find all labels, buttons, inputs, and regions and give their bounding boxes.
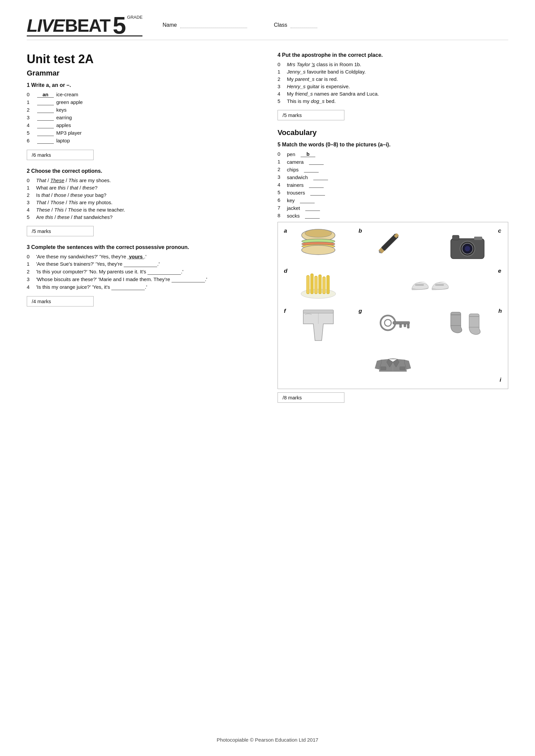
- trainers-svg: [410, 267, 450, 304]
- list-item: 1 What are this / that / these?: [27, 185, 257, 191]
- answer-0: an: [37, 92, 54, 98]
- exercise-1-title: 1 Write a, an or –.: [27, 82, 257, 88]
- list-item: 5 trousers: [278, 190, 508, 196]
- grammar-title: Grammar: [27, 69, 257, 78]
- exercise-3-marks: /4 marks: [27, 296, 94, 306]
- blank-1[interactable]: [37, 99, 54, 105]
- name-dots: [180, 22, 247, 28]
- exercise-5-title: 5 Match the words (0–8) to the pictures …: [278, 142, 508, 148]
- image-c: c: [432, 227, 503, 264]
- list-item: 1 camera: [278, 159, 508, 165]
- svg-rect-19: [315, 276, 317, 294]
- blank-poss-3[interactable]: [172, 276, 205, 282]
- list-item: 2 'Is this your computer?' 'No. My paren…: [27, 269, 257, 275]
- trousers-svg: [298, 307, 338, 344]
- image-d: d: [283, 267, 354, 304]
- list-item: 2 My parent_s car is red.: [278, 76, 508, 82]
- svg-rect-31: [404, 324, 406, 327]
- svg-rect-23: [415, 284, 424, 286]
- exercise-4: 4 Put the apostrophe in the correct plac…: [278, 52, 508, 120]
- blank-2[interactable]: [37, 107, 54, 113]
- blank-6[interactable]: [37, 138, 54, 144]
- svg-point-13: [465, 246, 470, 251]
- svg-rect-29: [393, 322, 410, 324]
- blank-3[interactable]: [37, 115, 54, 121]
- list-item: 5 MP3 player: [27, 130, 257, 136]
- blank-poss-1[interactable]: [124, 261, 157, 267]
- svg-rect-17: [307, 275, 309, 294]
- list-item: 4 These / This / Those is the new teache…: [27, 207, 257, 213]
- exercise-4-marks: /5 marks: [278, 110, 344, 120]
- svg-rect-18: [311, 274, 313, 294]
- svg-rect-39: [400, 367, 405, 370]
- answer-poss-0: yours: [128, 254, 144, 259]
- blank-match-4[interactable]: [309, 182, 324, 188]
- exercise-4-list: 0 Mrs Taylor 's class is in Room 1b. 1 J…: [278, 61, 508, 104]
- pen-svg: [373, 227, 413, 264]
- exercise-1-marks: /6 marks: [27, 150, 94, 160]
- image-e: e: [357, 267, 503, 304]
- blank-match-3[interactable]: [313, 174, 328, 180]
- svg-point-5: [302, 245, 335, 255]
- list-item: 5 Are this / these / that sandwiches?: [27, 214, 257, 220]
- exercise-2-marks: /5 marks: [27, 226, 94, 236]
- class-field: Class: [274, 22, 317, 28]
- header-fields: Name Class: [163, 22, 317, 28]
- list-item: 0 Mrs Taylor 's class is in Room 1b.: [278, 61, 508, 67]
- blank-poss-2[interactable]: [147, 269, 181, 275]
- blank-match-7[interactable]: [305, 205, 320, 211]
- list-item: 8 socks: [278, 213, 508, 219]
- name-label: Name: [163, 22, 177, 28]
- exercise-5-list: 0 pen b 1 camera 2: [278, 151, 508, 219]
- image-b: b: [357, 227, 428, 264]
- vocab-title: Vocabulary: [278, 128, 508, 137]
- image-i: i: [283, 347, 503, 384]
- blank-match-8[interactable]: [305, 213, 320, 219]
- svg-rect-20: [319, 275, 321, 294]
- blank-match-2[interactable]: [304, 166, 319, 172]
- list-item: 2 Is that / those / these your bag?: [27, 192, 257, 198]
- blank-match-5[interactable]: [310, 190, 325, 196]
- list-item: 0 That / These / This are my shoes.: [27, 177, 257, 183]
- key-svg: [373, 307, 413, 344]
- svg-rect-21: [323, 277, 325, 294]
- list-item: 0 pen b: [278, 151, 508, 157]
- list-item: 3 'Whose biscuits are these?' 'Marie and…: [27, 276, 257, 282]
- list-item: 4 My friend_s names are Sandra and Luca.: [278, 91, 508, 97]
- list-item: 1 'Are these Sue's trainers?' 'Yes, they…: [27, 261, 257, 267]
- list-item: 4 'Is this my orange juice?' 'Yes, it's …: [27, 284, 257, 290]
- exercise-2: 2 Choose the correct options. 0 That / T…: [27, 168, 257, 236]
- list-item: 6 key: [278, 197, 508, 203]
- list-item: 0 an ice-cream: [27, 92, 257, 98]
- images-grid: a: [278, 222, 508, 389]
- exercise-1: 1 Write a, an or –. 0 an ice-cream 1: [27, 82, 257, 160]
- exercise-3-list: 0 'Are these my sandwiches?' 'Yes, they'…: [27, 254, 257, 290]
- answer-match-0: b: [301, 151, 315, 157]
- logo-area: LIVE BEAT 5 GRADE: [27, 13, 142, 36]
- exercise-5-marks: /8 marks: [278, 392, 344, 403]
- blank-5[interactable]: [37, 130, 54, 136]
- class-label: Class: [274, 22, 287, 28]
- list-item: 4 apples: [27, 122, 257, 128]
- list-item: 7 jacket: [278, 205, 508, 211]
- image-h: h: [432, 307, 503, 344]
- footer: Photocopiable © Pearson Education Ltd 20…: [0, 737, 535, 743]
- blank-poss-4[interactable]: [111, 284, 145, 290]
- svg-rect-33: [451, 312, 461, 327]
- blank-match-1[interactable]: [309, 159, 324, 165]
- main-content: Unit test 2A Grammar 1 Write a, an or –.…: [27, 52, 508, 411]
- blank-match-6[interactable]: [300, 197, 315, 203]
- exercise-3: 3 Complete the sentences with the correc…: [27, 244, 257, 306]
- sandwich-svg: [298, 227, 338, 264]
- socks-svg: [447, 307, 488, 344]
- list-item: 5 This is my dog_s bed.: [278, 98, 508, 104]
- header: LIVE BEAT 5 GRADE Name Class: [27, 13, 508, 40]
- chips-svg: [298, 267, 338, 304]
- camera-svg: [447, 227, 488, 264]
- list-item: 2 chips: [278, 166, 508, 172]
- svg-point-16: [301, 289, 336, 298]
- blank-4[interactable]: [37, 122, 54, 128]
- exercise-4-title: 4 Put the apostrophe in the correct plac…: [278, 52, 508, 58]
- left-column: Unit test 2A Grammar 1 Write a, an or –.…: [27, 52, 257, 314]
- list-item: 4 trainers: [278, 182, 508, 188]
